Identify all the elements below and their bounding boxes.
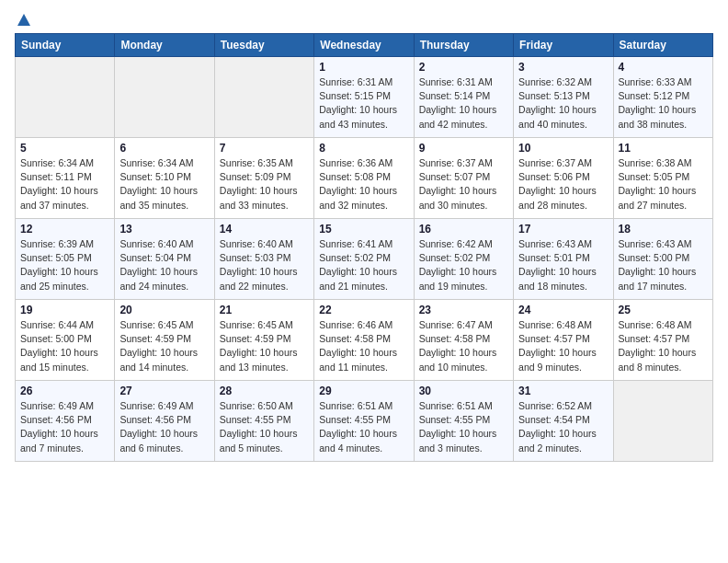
calendar-cell [613,381,712,462]
day-number: 12 [20,223,109,236]
calendar-cell: 3Sunrise: 6:32 AM Sunset: 5:13 PM Daylig… [514,57,613,138]
day-number: 5 [20,142,109,155]
calendar-cell: 13Sunrise: 6:40 AM Sunset: 5:04 PM Dayli… [115,219,214,300]
calendar-week-row: 19Sunrise: 6:44 AM Sunset: 5:00 PM Dayli… [16,300,713,381]
calendar-cell: 24Sunrise: 6:48 AM Sunset: 4:57 PM Dayli… [514,300,613,381]
calendar-cell: 9Sunrise: 6:37 AM Sunset: 5:07 PM Daylig… [414,138,513,219]
day-detail: Sunrise: 6:42 AM Sunset: 5:02 PM Dayligh… [419,237,508,293]
day-number: 26 [20,385,109,397]
day-number: 10 [518,142,608,155]
day-detail: Sunrise: 6:40 AM Sunset: 5:03 PM Dayligh… [220,237,309,293]
day-detail: Sunrise: 6:38 AM Sunset: 5:05 PM Dayligh… [619,156,708,213]
calendar-cell: 20Sunrise: 6:45 AM Sunset: 4:59 PM Dayli… [115,300,214,381]
day-detail: Sunrise: 6:36 AM Sunset: 5:08 PM Dayligh… [319,156,408,213]
day-detail: Sunrise: 6:49 AM Sunset: 4:56 PM Dayligh… [20,399,109,455]
day-header-wednesday: Wednesday [314,34,414,57]
day-detail: Sunrise: 6:35 AM Sunset: 5:09 PM Dayligh… [220,156,309,213]
calendar-cell: 21Sunrise: 6:45 AM Sunset: 4:59 PM Dayli… [214,300,313,381]
day-detail: Sunrise: 6:46 AM Sunset: 4:58 PM Dayligh… [319,318,408,374]
day-number: 14 [220,223,309,236]
calendar-container: SundayMondayTuesdayWednesdayThursdayFrid… [0,0,728,471]
day-detail: Sunrise: 6:45 AM Sunset: 4:59 PM Dayligh… [119,318,209,374]
calendar-cell: 11Sunrise: 6:38 AM Sunset: 5:05 PM Dayli… [613,138,712,219]
calendar-cell: 26Sunrise: 6:49 AM Sunset: 4:56 PM Dayli… [16,381,115,462]
day-number: 19 [20,304,109,316]
calendar-cell: 17Sunrise: 6:43 AM Sunset: 5:01 PM Dayli… [514,219,613,300]
svg-marker-0 [17,14,30,26]
calendar-cell: 23Sunrise: 6:47 AM Sunset: 4:58 PM Dayli… [414,300,513,381]
calendar-cell: 6Sunrise: 6:34 AM Sunset: 5:10 PM Daylig… [115,138,214,219]
day-detail: Sunrise: 6:50 AM Sunset: 4:55 PM Dayligh… [220,399,309,455]
header [15,15,713,26]
day-detail: Sunrise: 6:43 AM Sunset: 5:01 PM Dayligh… [518,237,608,293]
calendar-cell: 7Sunrise: 6:35 AM Sunset: 5:09 PM Daylig… [214,138,313,219]
day-detail: Sunrise: 6:47 AM Sunset: 4:58 PM Dayligh… [419,318,508,374]
day-number: 20 [119,304,209,316]
day-detail: Sunrise: 6:31 AM Sunset: 5:15 PM Dayligh… [319,75,408,132]
calendar-cell: 10Sunrise: 6:37 AM Sunset: 5:06 PM Dayli… [514,138,613,219]
logo-triangle-icon [17,13,31,28]
day-number: 2 [419,61,508,74]
day-detail: Sunrise: 6:52 AM Sunset: 4:54 PM Dayligh… [518,399,608,455]
day-number: 23 [419,304,508,316]
day-detail: Sunrise: 6:49 AM Sunset: 4:56 PM Dayligh… [119,399,209,455]
day-header-thursday: Thursday [414,34,513,57]
calendar-week-row: 1Sunrise: 6:31 AM Sunset: 5:15 PM Daylig… [16,57,713,138]
day-detail: Sunrise: 6:48 AM Sunset: 4:57 PM Dayligh… [619,318,708,374]
day-detail: Sunrise: 6:45 AM Sunset: 4:59 PM Dayligh… [220,318,309,374]
day-header-sunday: Sunday [16,34,115,57]
calendar-cell: 27Sunrise: 6:49 AM Sunset: 4:56 PM Dayli… [115,381,214,462]
day-detail: Sunrise: 6:41 AM Sunset: 5:02 PM Dayligh… [319,237,408,293]
day-number: 7 [220,142,309,155]
day-number: 22 [319,304,408,316]
day-detail: Sunrise: 6:34 AM Sunset: 5:10 PM Dayligh… [119,156,209,213]
calendar-cell [115,57,214,138]
calendar-header-row: SundayMondayTuesdayWednesdayThursdayFrid… [16,34,713,57]
day-detail: Sunrise: 6:39 AM Sunset: 5:05 PM Dayligh… [20,237,109,293]
day-number: 30 [419,385,508,397]
day-header-tuesday: Tuesday [214,34,313,57]
calendar-cell [214,57,313,138]
day-detail: Sunrise: 6:32 AM Sunset: 5:13 PM Dayligh… [518,75,608,132]
calendar-cell [16,57,115,138]
day-detail: Sunrise: 6:37 AM Sunset: 5:07 PM Dayligh… [419,156,508,213]
day-number: 18 [619,223,708,236]
day-number: 13 [119,223,209,236]
calendar-cell: 18Sunrise: 6:43 AM Sunset: 5:00 PM Dayli… [613,219,712,300]
calendar-cell: 1Sunrise: 6:31 AM Sunset: 5:15 PM Daylig… [314,57,414,138]
day-detail: Sunrise: 6:34 AM Sunset: 5:11 PM Dayligh… [20,156,109,213]
day-detail: Sunrise: 6:51 AM Sunset: 4:55 PM Dayligh… [419,399,508,455]
day-number: 8 [319,142,408,155]
calendar-cell: 31Sunrise: 6:52 AM Sunset: 4:54 PM Dayli… [514,381,613,462]
day-header-saturday: Saturday [613,34,712,57]
day-number: 25 [619,304,708,316]
day-header-friday: Friday [514,34,613,57]
calendar-cell: 28Sunrise: 6:50 AM Sunset: 4:55 PM Dayli… [214,381,313,462]
day-detail: Sunrise: 6:40 AM Sunset: 5:04 PM Dayligh… [119,237,209,293]
day-number: 11 [619,142,708,155]
day-number: 9 [419,142,508,155]
day-detail: Sunrise: 6:44 AM Sunset: 5:00 PM Dayligh… [20,318,109,374]
calendar-cell: 15Sunrise: 6:41 AM Sunset: 5:02 PM Dayli… [314,219,414,300]
day-detail: Sunrise: 6:43 AM Sunset: 5:00 PM Dayligh… [619,237,708,293]
day-number: 29 [319,385,408,397]
calendar-cell: 16Sunrise: 6:42 AM Sunset: 5:02 PM Dayli… [414,219,513,300]
calendar-week-row: 5Sunrise: 6:34 AM Sunset: 5:11 PM Daylig… [16,138,713,219]
day-number: 6 [119,142,209,155]
day-number: 24 [518,304,608,316]
calendar-cell: 22Sunrise: 6:46 AM Sunset: 4:58 PM Dayli… [314,300,414,381]
calendar-body: 1Sunrise: 6:31 AM Sunset: 5:15 PM Daylig… [16,57,713,462]
day-detail: Sunrise: 6:37 AM Sunset: 5:06 PM Dayligh… [518,156,608,213]
calendar-cell: 14Sunrise: 6:40 AM Sunset: 5:03 PM Dayli… [214,219,313,300]
calendar-week-row: 12Sunrise: 6:39 AM Sunset: 5:05 PM Dayli… [16,219,713,300]
calendar-cell: 30Sunrise: 6:51 AM Sunset: 4:55 PM Dayli… [414,381,513,462]
calendar-table: SundayMondayTuesdayWednesdayThursdayFrid… [15,33,713,462]
calendar-cell: 4Sunrise: 6:33 AM Sunset: 5:12 PM Daylig… [613,57,712,138]
calendar-cell: 5Sunrise: 6:34 AM Sunset: 5:11 PM Daylig… [16,138,115,219]
day-number: 16 [419,223,508,236]
day-detail: Sunrise: 6:51 AM Sunset: 4:55 PM Dayligh… [319,399,408,455]
day-number: 3 [518,61,608,74]
day-detail: Sunrise: 6:48 AM Sunset: 4:57 PM Dayligh… [518,318,608,374]
day-number: 17 [518,223,608,236]
day-number: 27 [119,385,209,397]
